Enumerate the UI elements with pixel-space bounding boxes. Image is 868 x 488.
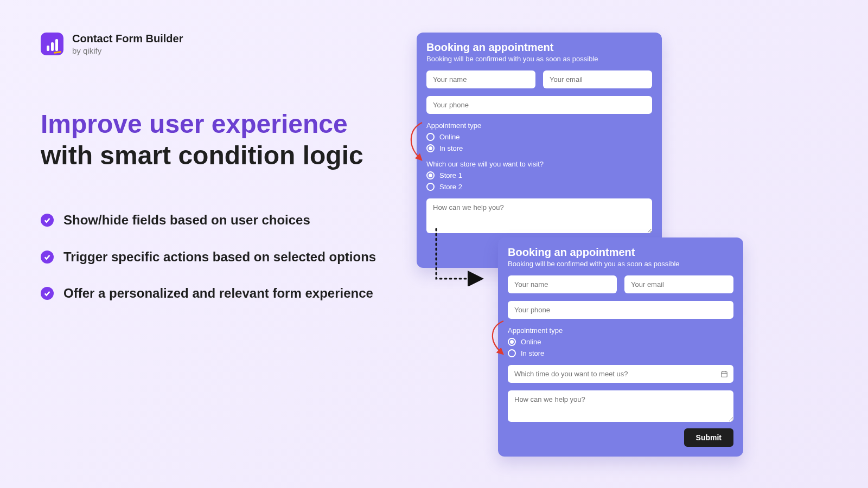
- form-card-instore: Booking an appointment Booking will be c…: [417, 33, 662, 268]
- submit-button[interactable]: Submit: [684, 428, 733, 447]
- bar-chart-icon: [41, 33, 63, 55]
- check-icon: [41, 251, 54, 264]
- radio-online[interactable]: Online: [426, 133, 652, 141]
- feature-list: Show/hide fields based on user choices T…: [41, 211, 376, 322]
- headline-line-1: Improve user experience: [41, 110, 348, 138]
- brand-byline: by qikify: [72, 46, 183, 55]
- radio-store-2[interactable]: Store 2: [426, 183, 652, 191]
- feature-text: Show/hide fields based on user choices: [63, 211, 310, 229]
- email-input[interactable]: [624, 275, 733, 293]
- radio-label: In store: [439, 144, 463, 152]
- radio-instore[interactable]: In store: [426, 144, 652, 152]
- feature-item: Offer a personalized and relevant form e…: [41, 285, 376, 302]
- phone-input[interactable]: [426, 96, 652, 114]
- check-icon: [41, 214, 54, 227]
- radio-label: In store: [521, 349, 544, 357]
- email-input[interactable]: [543, 70, 652, 88]
- radio-label: Online: [439, 133, 460, 141]
- form-title: Booking an appointment: [508, 246, 733, 259]
- radio-icon: [426, 133, 435, 141]
- radio-instore[interactable]: In store: [508, 349, 733, 357]
- form-subtitle: Booking will be confirmed with you as so…: [426, 55, 652, 63]
- name-input[interactable]: [426, 70, 535, 88]
- feature-text: Trigger specific actions based on select…: [63, 248, 376, 266]
- message-input[interactable]: [426, 198, 652, 233]
- appointment-type-label: Appointment type: [426, 121, 652, 130]
- message-input[interactable]: [508, 390, 733, 422]
- form-card-online: Booking an appointment Booking will be c…: [498, 237, 743, 457]
- radio-label: Store 1: [439, 171, 462, 179]
- form-subtitle: Booking will be confirmed with you as so…: [508, 260, 733, 268]
- name-input[interactable]: [508, 275, 617, 293]
- brand-title: Contact Form Builder: [72, 33, 183, 45]
- radio-online[interactable]: Online: [508, 338, 733, 346]
- brand: Contact Form Builder by qikify: [41, 33, 183, 55]
- feature-item: Show/hide fields based on user choices: [41, 211, 376, 229]
- radio-icon: [508, 349, 516, 357]
- time-input[interactable]: [508, 365, 733, 383]
- appointment-type-label: Appointment type: [508, 326, 733, 335]
- headline: Improve user experience with smart condi…: [41, 108, 363, 171]
- form-title: Booking an appointment: [426, 41, 652, 54]
- phone-input[interactable]: [508, 301, 733, 319]
- radio-icon: [426, 183, 435, 191]
- radio-label: Store 2: [439, 183, 462, 191]
- headline-line-2: with smart condition logic: [41, 141, 363, 170]
- svg-rect-0: [722, 371, 727, 377]
- time-input-wrapper: [508, 365, 733, 383]
- radio-icon: [426, 144, 435, 152]
- radio-icon: [426, 171, 435, 179]
- radio-store-1[interactable]: Store 1: [426, 171, 652, 179]
- feature-item: Trigger specific actions based on select…: [41, 248, 376, 266]
- store-question-label: Which our store will you want to visit?: [426, 160, 652, 168]
- radio-label: Online: [521, 338, 541, 346]
- calendar-icon: [720, 370, 728, 378]
- feature-text: Offer a personalized and relevant form e…: [63, 285, 373, 302]
- check-icon: [41, 287, 54, 300]
- radio-icon: [508, 338, 516, 346]
